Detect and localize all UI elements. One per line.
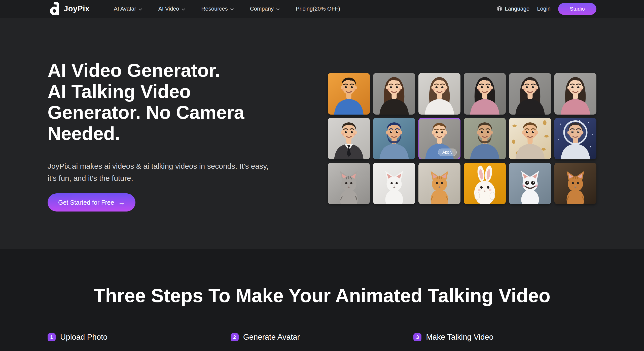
login-button[interactable]: Login [537, 6, 551, 12]
chevron-down-icon [230, 6, 234, 12]
cartoon-astronaut-avatar[interactable] [554, 118, 596, 159]
avatar-illustration [418, 73, 460, 115]
nav-item-ai-avatar[interactable]: AI Avatar [114, 6, 142, 12]
steps-section: Three Steps To Make Your Animated Talkin… [0, 249, 644, 351]
chevron-down-icon [276, 6, 280, 12]
avatar-illustration [464, 73, 506, 115]
cartoon-boy-orange-avatar[interactable] [328, 73, 370, 115]
smiling-white-cat-avatar[interactable] [509, 163, 551, 204]
nav-item-label: Company [250, 6, 274, 12]
nav-item-label: Pricing(20% OFF) [296, 6, 340, 12]
step-number-badge: 2 [231, 333, 239, 341]
avatar-illustration [509, 73, 551, 115]
avatar-illustration [509, 163, 551, 204]
step-label: Upload Photo [60, 333, 108, 342]
gray-tabby-kitten-avatar[interactable] [328, 163, 370, 204]
orange-kitten-avatar[interactable] [418, 163, 460, 204]
avatar-illustration [554, 73, 596, 115]
cartoon-man-blue-hair-avatar[interactable] [373, 118, 415, 159]
avatar-illustration [373, 163, 415, 204]
avatar-illustration [464, 163, 506, 204]
get-started-button[interactable]: Get Started for Free → [48, 193, 135, 212]
apply-badge[interactable]: Apply [438, 149, 457, 156]
avatar-grid: Apply [328, 73, 596, 212]
joypix-logo-icon [48, 2, 61, 16]
arrow-right-icon: → [118, 199, 125, 206]
cartoon-girl-brown-hair-avatar[interactable] [373, 73, 415, 115]
step-number-badge: 1 [48, 333, 56, 341]
avatar-illustration [328, 118, 370, 159]
step-label: Make Talking Video [426, 333, 493, 342]
cartoon-man-gold-flakes-avatar[interactable] [509, 118, 551, 159]
hero-title: AI Video Generator. AI Talking Video Gen… [48, 60, 314, 144]
avatar-illustration [554, 118, 596, 159]
avatar-illustration [328, 163, 370, 204]
step-make-talking-video: 3Make Talking Video [413, 333, 596, 342]
cartoon-woman-pink-top-avatar[interactable] [464, 73, 506, 115]
language-label: Language [505, 6, 529, 12]
avatar-illustration [328, 73, 370, 115]
nav-item-company[interactable]: Company [250, 6, 280, 12]
cartoon-man-black-suit-avatar[interactable] [328, 118, 370, 159]
white-longhair-cat-avatar[interactable] [373, 163, 415, 204]
step-number-badge: 3 [413, 333, 421, 341]
avatar-illustration [464, 118, 506, 159]
globe-icon [496, 6, 503, 12]
steps-row: 1Upload Photo2Generate Avatar3Make Talki… [48, 333, 596, 342]
main-menu: AI AvatarAI VideoResourcesCompanyPricing… [114, 6, 340, 12]
avatar-illustration [373, 73, 415, 115]
cartoon-woman-white-blazer-avatar[interactable] [418, 73, 460, 115]
nav-item-label: AI Video [158, 6, 179, 12]
step-label: Generate Avatar [243, 333, 300, 342]
cartoon-man-apply-avatar[interactable]: Apply [418, 118, 460, 159]
orange-cat-dark-avatar[interactable] [554, 163, 596, 204]
chevron-down-icon [182, 6, 185, 12]
top-nav: JoyPix AI AvatarAI VideoResourcesCompany… [0, 0, 644, 18]
cartoon-man-beard-avatar[interactable] [464, 118, 506, 159]
hero-subtitle: JoyPix.ai makes ai videos & ai talking v… [48, 160, 314, 184]
avatar-illustration [509, 118, 551, 159]
steps-title: Three Steps To Make Your Animated Talkin… [0, 285, 644, 306]
avatar-illustration [373, 118, 415, 159]
white-bunny-avatar[interactable] [464, 163, 506, 204]
avatar-illustration [418, 163, 460, 204]
nav-item-label: Resources [201, 6, 228, 12]
language-button[interactable]: Language [496, 6, 529, 12]
chevron-down-icon [138, 6, 142, 12]
hero-section: AI Video Generator. AI Talking Video Gen… [0, 18, 644, 249]
cartoon-woman-black-cami-avatar[interactable] [509, 73, 551, 115]
step-upload-photo: 1Upload Photo [48, 333, 231, 342]
avatar-illustration [554, 163, 596, 204]
cartoon-girl-pink-cardigan-avatar[interactable] [554, 73, 596, 115]
nav-item-ai-video[interactable]: AI Video [158, 6, 185, 12]
brand-logo[interactable]: JoyPix [48, 2, 90, 16]
get-started-label: Get Started for Free [58, 199, 114, 206]
nav-item-label: AI Avatar [114, 6, 136, 12]
nav-item-resources[interactable]: Resources [201, 6, 234, 12]
brand-name: JoyPix [64, 4, 90, 13]
nav-item-pricing-20-off[interactable]: Pricing(20% OFF) [296, 6, 340, 12]
step-generate-avatar: 2Generate Avatar [231, 333, 414, 342]
studio-button[interactable]: Studio [558, 3, 596, 15]
